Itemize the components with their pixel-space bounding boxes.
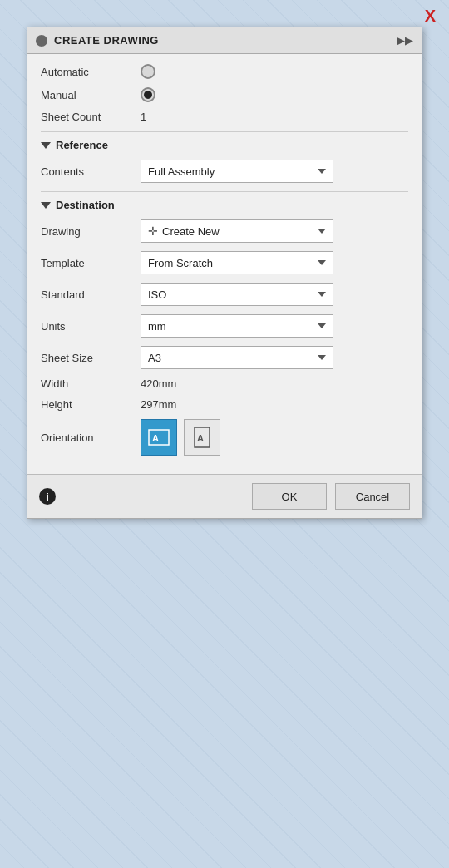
contents-row: Contents Full Assembly	[41, 160, 408, 183]
dialog-footer: i OK Cancel	[27, 474, 422, 518]
destination-title: Destination	[56, 199, 115, 211]
manual-radio[interactable]	[141, 87, 155, 102]
template-dropdown[interactable]: From Scratch	[141, 251, 333, 274]
sheet-count-row: Sheet Count 1	[41, 111, 408, 123]
header-left: CREATE DRAWING	[36, 34, 159, 47]
sheet-size-dropdown[interactable]: A3	[141, 346, 333, 369]
create-drawing-dialog: CREATE DRAWING ▶▶ Automatic Manual Sheet…	[27, 27, 422, 519]
height-value: 297mm	[141, 398, 176, 411]
dialog-title: CREATE DRAWING	[54, 34, 159, 47]
drawing-label: Drawing	[41, 225, 141, 238]
header-bullet-icon	[36, 35, 47, 47]
template-label: Template	[41, 257, 141, 269]
create-new-icon: ✛	[148, 224, 158, 238]
orientation-row: Orientation A A	[41, 419, 408, 456]
width-row: Width 420mm	[41, 377, 408, 390]
fast-forward-icon[interactable]: ▶▶	[397, 34, 413, 47]
standard-dropdown-arrow	[318, 292, 326, 297]
reference-section-header: Reference	[41, 139, 408, 151]
template-row: Template From Scratch	[41, 251, 408, 274]
drawing-row: Drawing ✛ Create New	[41, 219, 408, 243]
dialog-header: CREATE DRAWING ▶▶	[27, 27, 422, 54]
template-value: From Scratch	[148, 257, 313, 269]
sheet-size-value: A3	[148, 352, 313, 364]
sheet-size-label: Sheet Size	[41, 352, 141, 364]
units-dropdown[interactable]: mm	[141, 314, 333, 338]
drawing-dropdown[interactable]: ✛ Create New	[141, 219, 333, 243]
drawing-value: Create New	[162, 225, 313, 238]
standard-label: Standard	[41, 289, 141, 301]
automatic-label: Automatic	[41, 66, 141, 78]
destination-section-header: Destination	[41, 199, 408, 211]
portrait-icon: A	[193, 426, 211, 449]
separator-2	[41, 191, 408, 192]
contents-value: Full Assembly	[148, 165, 313, 178]
standard-value: ISO	[148, 289, 313, 301]
height-row: Height 297mm	[41, 398, 408, 411]
destination-collapse-icon[interactable]	[41, 202, 51, 209]
standard-row: Standard ISO	[41, 283, 408, 306]
sheet-size-row: Sheet Size A3	[41, 346, 408, 369]
svg-text:A: A	[197, 433, 204, 443]
dialog-body: Automatic Manual Sheet Count 1 Reference…	[27, 54, 422, 474]
automatic-row: Automatic	[41, 64, 408, 79]
close-icon[interactable]: X	[425, 7, 436, 26]
info-icon[interactable]: i	[39, 488, 56, 505]
contents-dropdown-arrow	[318, 169, 326, 174]
units-dropdown-arrow	[318, 323, 326, 328]
orientation-label: Orientation	[41, 432, 141, 444]
standard-dropdown[interactable]: ISO	[141, 283, 333, 306]
reference-title: Reference	[56, 139, 108, 151]
automatic-radio[interactable]	[141, 64, 155, 79]
landscape-button[interactable]: A	[141, 419, 177, 456]
sheet-size-dropdown-arrow	[318, 355, 326, 360]
sheet-count-value: 1	[141, 111, 146, 123]
width-value: 420mm	[141, 377, 176, 390]
landscape-icon: A	[147, 428, 170, 446]
manual-label: Manual	[41, 89, 141, 101]
portrait-button[interactable]: A	[184, 419, 220, 456]
units-label: Units	[41, 320, 141, 333]
sheet-count-label: Sheet Count	[41, 111, 141, 123]
radio-inner	[144, 91, 152, 99]
template-dropdown-arrow	[318, 260, 326, 265]
cancel-button[interactable]: Cancel	[335, 483, 410, 510]
footer-buttons: OK Cancel	[252, 483, 410, 510]
svg-text:A: A	[152, 433, 159, 443]
height-label: Height	[41, 398, 141, 411]
contents-dropdown[interactable]: Full Assembly	[141, 160, 333, 183]
orientation-buttons: A A	[141, 419, 220, 456]
drawing-dropdown-arrow	[318, 229, 326, 234]
units-row: Units mm	[41, 314, 408, 338]
reference-collapse-icon[interactable]	[41, 142, 51, 149]
contents-label: Contents	[41, 165, 141, 178]
width-label: Width	[41, 377, 141, 390]
units-value: mm	[148, 320, 313, 333]
manual-row: Manual	[41, 87, 408, 102]
separator-1	[41, 131, 408, 132]
ok-button[interactable]: OK	[252, 483, 327, 510]
